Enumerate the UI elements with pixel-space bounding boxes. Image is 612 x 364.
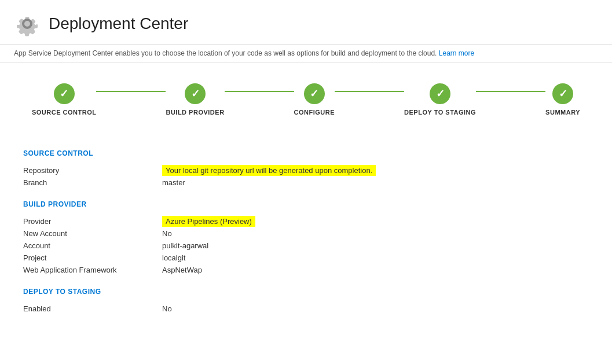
value-account: pulkit-agarwal	[162, 241, 208, 250]
step-summary: ✓ SUMMARY	[545, 83, 580, 116]
label-project: Project	[23, 253, 162, 262]
subtitle-bar: App Service Deployment Center enables yo…	[0, 45, 612, 62]
step-circle-5: ✓	[552, 83, 573, 104]
step-circle-1: ✓	[54, 83, 75, 104]
step-circle-4: ✓	[430, 83, 450, 104]
label-web-app-framework: Web Application Framework	[23, 266, 162, 274]
step-configure: ✓ CONFIGURE	[294, 83, 335, 116]
step-label-5: SUMMARY	[545, 109, 580, 116]
info-row-branch: Branch master	[23, 177, 589, 189]
connector-4	[476, 91, 545, 92]
build-provider-section-title: BUILD PROVIDER	[23, 200, 589, 208]
info-row-provider: Provider Azure Pipelines (Preview)	[23, 215, 589, 227]
step-label-1: SOURCE CONTROL	[32, 109, 97, 116]
value-new-account: No	[162, 229, 172, 238]
label-account: Account	[23, 241, 162, 250]
step-label-3: CONFIGURE	[294, 109, 335, 116]
step-source-control: ✓ SOURCE CONTROL	[32, 83, 97, 116]
label-repository: Repository	[23, 166, 162, 175]
steps-container: ✓ SOURCE CONTROL ✓ BUILD PROVIDER ✓ CONF…	[0, 62, 612, 132]
source-control-table: Repository Your local git repository url…	[23, 164, 589, 189]
connector-1	[96, 91, 166, 92]
value-enabled: No	[162, 304, 172, 313]
info-row-new-account: New Account No	[23, 227, 589, 240]
label-branch: Branch	[23, 178, 162, 187]
info-row-repository: Repository Your local git repository url…	[23, 164, 589, 177]
label-enabled: Enabled	[23, 304, 162, 313]
step-label-2: BUILD PROVIDER	[166, 109, 224, 116]
deploy-staging-table: Enabled No	[23, 303, 589, 315]
connector-2	[225, 91, 294, 92]
deploy-staging-section-title: DEPLOY TO STAGING	[23, 288, 589, 296]
value-provider: Azure Pipelines (Preview)	[162, 217, 255, 226]
info-row-web-app-framework: Web Application Framework AspNetWap	[23, 264, 589, 276]
step-circle-3: ✓	[304, 83, 325, 104]
step-deploy-to-staging: ✓ DEPLOY TO STAGING	[404, 83, 476, 116]
header: Deployment Center	[0, 0, 612, 45]
label-provider: Provider	[23, 217, 162, 226]
info-row-account: Account pulkit-agarwal	[23, 240, 589, 252]
learn-more-link[interactable]: Learn more	[439, 49, 474, 57]
subtitle-text: App Service Deployment Center enables yo…	[14, 49, 437, 57]
value-branch: master	[162, 178, 185, 187]
step-label-4: DEPLOY TO STAGING	[404, 109, 476, 116]
page-title: Deployment Center	[49, 14, 188, 33]
check-icon-4: ✓	[436, 87, 445, 100]
build-provider-table: Provider Azure Pipelines (Preview) New A…	[23, 215, 589, 276]
check-icon-5: ✓	[559, 87, 567, 100]
info-row-enabled: Enabled No	[23, 303, 589, 315]
gear-icon	[14, 10, 41, 37]
check-icon-2: ✓	[191, 87, 200, 100]
value-web-app-framework: AspNetWap	[162, 266, 202, 274]
provider-value-highlighted: Azure Pipelines (Preview)	[162, 216, 255, 227]
connector-3	[335, 91, 404, 92]
step-circle-2: ✓	[185, 83, 206, 104]
info-row-project: Project localgit	[23, 252, 589, 264]
step-build-provider: ✓ BUILD PROVIDER	[166, 83, 224, 116]
main-content: SOURCE CONTROL Repository Your local git…	[0, 132, 612, 344]
check-icon-3: ✓	[310, 87, 318, 100]
value-project: localgit	[162, 253, 185, 262]
check-icon-1: ✓	[60, 87, 68, 100]
value-repository: Your local git repository url will be ge…	[162, 166, 376, 175]
label-new-account: New Account	[23, 229, 162, 238]
repository-value-highlighted: Your local git repository url will be ge…	[162, 165, 376, 176]
source-control-section-title: SOURCE CONTROL	[23, 149, 589, 157]
